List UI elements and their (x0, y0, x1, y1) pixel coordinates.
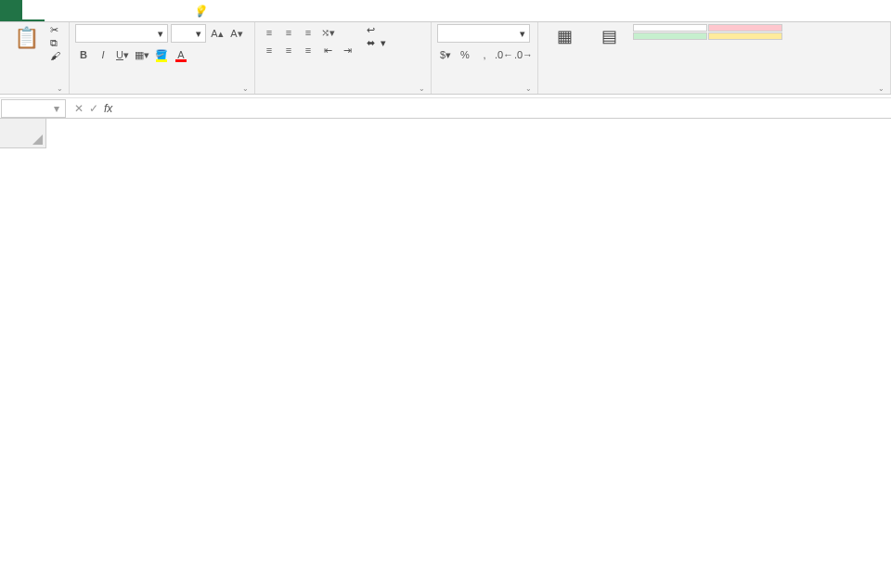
comma-format-button[interactable]: , (476, 46, 493, 63)
group-font: ▾ ▾ A▴ A▾ B I U▾ ▦▾ 🪣 A (70, 22, 255, 94)
italic-button[interactable]: I (95, 46, 111, 63)
chevron-down-icon: ▾ (158, 28, 163, 40)
group-clipboard: 📋 ✂ ⧉ 🖌 (0, 22, 70, 94)
merge-center-button[interactable]: ⬌▾ (367, 37, 386, 49)
format-as-table-button[interactable]: ▤ (588, 24, 629, 48)
decrease-font-button[interactable]: A▾ (228, 25, 245, 42)
tab-file[interactable] (0, 0, 22, 21)
copy-button[interactable]: ⧉ (50, 37, 63, 49)
group-label-styles (544, 90, 885, 94)
bold-button[interactable]: B (75, 46, 92, 63)
fx-icon[interactable]: fx (104, 102, 112, 115)
tab-insert[interactable] (45, 0, 67, 21)
group-label-font (75, 90, 249, 94)
accounting-format-button[interactable]: $▾ (437, 46, 454, 63)
menu-tabs: 💡 (0, 0, 891, 22)
wrap-icon: ↩ (367, 24, 375, 36)
increase-indent-button[interactable]: ⇥ (339, 42, 355, 58)
align-middle-button[interactable]: ≡ (280, 24, 297, 41)
conditional-formatting-button[interactable]: ▦ (544, 24, 585, 48)
select-all-corner[interactable] (0, 119, 46, 148)
copy-icon: ⧉ (50, 37, 58, 49)
name-box[interactable]: ▾ (1, 99, 66, 118)
tell-me-search[interactable]: 💡 (178, 0, 211, 21)
tab-home[interactable] (22, 0, 45, 21)
ribbon: 📋 ✂ ⧉ 🖌 ▾ ▾ A▴ A▾ B I U▾ ▦▾ � (0, 22, 891, 95)
format-painter-button[interactable]: 🖌 (50, 50, 63, 61)
group-styles: ▦ ▤ (538, 22, 891, 94)
style-normal[interactable] (633, 24, 707, 32)
group-label-number (437, 90, 532, 94)
align-top-button[interactable]: ≡ (261, 24, 278, 41)
enter-formula-button[interactable]: ✓ (89, 102, 98, 115)
decrease-indent-button[interactable]: ⇤ (319, 42, 336, 58)
font-size-select[interactable]: ▾ (171, 24, 206, 43)
underline-button[interactable]: U▾ (114, 46, 131, 63)
chevron-down-icon: ▾ (54, 102, 59, 115)
style-good[interactable] (633, 32, 707, 40)
align-left-button[interactable]: ≡ (261, 42, 278, 58)
tab-data[interactable] (111, 0, 134, 21)
border-button[interactable]: ▦▾ (134, 46, 150, 63)
chevron-down-icon: ▾ (520, 28, 525, 40)
table-icon: ▤ (601, 26, 617, 46)
decrease-decimal-button[interactable]: .0→ (515, 46, 532, 63)
cut-button[interactable]: ✂ (50, 24, 63, 36)
tab-page-layout[interactable] (67, 0, 89, 21)
percent-format-button[interactable]: % (457, 46, 473, 63)
align-right-button[interactable]: ≡ (300, 42, 316, 58)
chevron-down-icon: ▾ (196, 28, 201, 40)
increase-font-button[interactable]: A▴ (209, 25, 226, 42)
group-label-alignment (261, 90, 425, 94)
increase-decimal-button[interactable]: .0← (496, 46, 512, 63)
cancel-formula-button[interactable]: ✕ (74, 102, 84, 115)
cf-icon: ▦ (557, 26, 573, 46)
merge-icon: ⬌ (367, 37, 375, 49)
bulb-icon: 💡 (193, 5, 207, 18)
style-neutral[interactable] (708, 32, 782, 40)
style-bad[interactable] (708, 24, 782, 32)
number-format-select[interactable]: ▾ (437, 24, 530, 43)
align-bottom-button[interactable]: ≡ (300, 24, 316, 41)
cell-styles-gallery[interactable] (633, 24, 782, 40)
formula-bar: ▾ ✕ ✓ fx (0, 98, 891, 119)
tab-review[interactable] (134, 0, 156, 21)
group-number: ▾ $▾ % , .0← .0→ (432, 22, 538, 94)
column-headers-row (0, 119, 891, 148)
tab-view[interactable] (156, 0, 178, 21)
clipboard-icon: 📋 (14, 26, 39, 50)
formula-input[interactable] (120, 107, 891, 110)
chevron-down-icon: ▾ (381, 37, 386, 49)
group-label-clipboard (6, 90, 63, 94)
fill-color-button[interactable]: 🪣 (153, 46, 170, 63)
group-alignment: ≡ ≡ ≡ ⤭▾ ≡ ≡ ≡ ⇤ ⇥ ↩ ⬌▾ (255, 22, 432, 94)
tab-formulas[interactable] (89, 0, 111, 21)
wrap-text-button[interactable]: ↩ (367, 24, 386, 36)
orientation-button[interactable]: ⤭▾ (319, 24, 336, 41)
font-name-select[interactable]: ▾ (75, 24, 168, 43)
scissors-icon: ✂ (50, 24, 58, 36)
paste-button[interactable]: 📋 (6, 24, 46, 52)
align-center-button[interactable]: ≡ (280, 42, 297, 58)
font-color-button[interactable]: A (173, 46, 189, 63)
brush-icon: 🖌 (50, 50, 60, 61)
